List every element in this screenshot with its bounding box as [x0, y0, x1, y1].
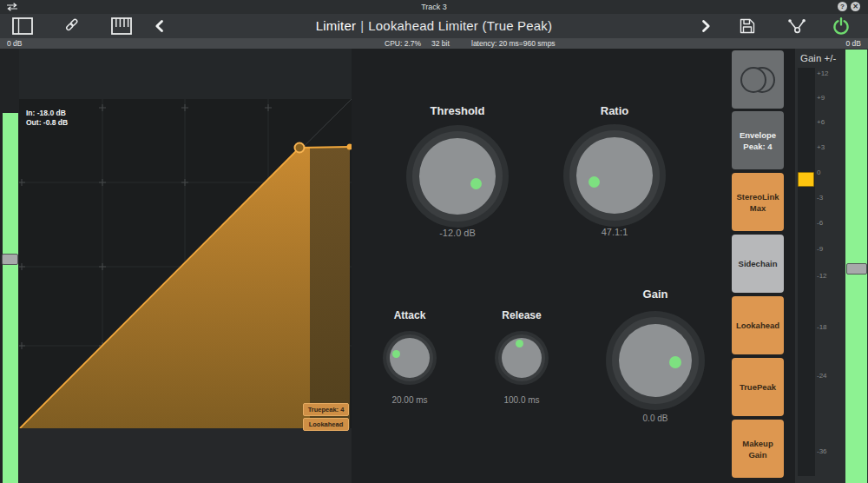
gain-tick: -18 [817, 323, 836, 332]
stereo-mode-button[interactable] [732, 50, 784, 109]
gain-slider-handle[interactable] [798, 172, 814, 187]
input-fader-handle[interactable] [2, 254, 18, 265]
gain-tick: +3 [817, 143, 836, 152]
ratio-value: 47.1:1 [602, 227, 628, 237]
gain-slider-track[interactable] [798, 68, 815, 476]
gain-label: Gain [643, 288, 668, 301]
save-preset-icon[interactable] [739, 17, 756, 35]
stereolink-max-button[interactable]: StereoLink Max [732, 173, 784, 231]
threshold-knob[interactable] [406, 125, 509, 228]
attack-value: 20.00 ms [391, 395, 427, 405]
release-value: 100.0 ms [503, 395, 539, 405]
readout-in: In: -18.0 dB [26, 109, 68, 118]
gain-reduction-region [20, 148, 310, 428]
ratio-knob[interactable] [563, 124, 666, 227]
gain-knob-indicator [669, 356, 681, 368]
cpu-usage: CPU: 2.7% [385, 38, 421, 49]
ratio-label: Ratio [601, 104, 629, 117]
gain-tick: -24 [817, 372, 836, 380]
output-fader-handle[interactable] [846, 263, 867, 275]
link-icon[interactable] [64, 17, 80, 33]
swap-channels-icon[interactable] [6, 3, 18, 11]
release-label: Release [502, 309, 541, 321]
gain-tick: 0 [817, 169, 836, 177]
latency-readout: latency: 20 ms=960 smps [471, 38, 556, 49]
gain-scale-title: Gain +/- [800, 53, 836, 63]
envelope-peak-button[interactable]: Envelope Peak: 4 [732, 111, 784, 169]
truepeak-badge: Truepeak: 4 [303, 403, 349, 416]
chevron-right-icon[interactable] [701, 19, 711, 33]
attack-knob-indicator [392, 350, 400, 358]
readout-out: Out: -0.8 dB [26, 118, 68, 128]
gain-tick: +12 [817, 69, 836, 78]
gain-value: 0.0 dB [643, 414, 668, 423]
preset-name: Lookahead Limiter (True Peak) [368, 18, 552, 33]
makeup-gain-button[interactable]: Makeup Gain [732, 420, 784, 478]
attack-knob[interactable] [383, 331, 437, 385]
lookahead-badge: Lookahead [303, 418, 349, 431]
attack-label: Attack [394, 309, 426, 321]
close-icon[interactable]: ✕ [851, 2, 860, 11]
help-icon[interactable]: ? [838, 2, 847, 11]
output-gain-label: 0 dB [846, 38, 862, 49]
gain-tick: -6 [817, 219, 836, 228]
stereo-circles-icon [737, 64, 779, 96]
io-readout: In: -18.0 dB Out: -0.8 dB [26, 109, 68, 127]
input-gain-label: 0 dB [7, 38, 23, 49]
transfer-curve-graph[interactable] [19, 99, 352, 428]
threshold-value: -12.0 dB [439, 228, 476, 238]
title-separator: | [360, 18, 364, 33]
gain-knob[interactable] [606, 311, 705, 410]
truepeak-button[interactable]: TruePeak [732, 358, 784, 416]
gain-tick: +6 [817, 118, 836, 127]
chevron-left-icon[interactable] [155, 19, 164, 33]
limiter-plugin-window: Track 3 ? ✕ Limiter|Lookahead Limiter (T… [0, 0, 868, 483]
power-bypass-icon[interactable] [832, 17, 851, 36]
plugin-name: Limiter [316, 18, 356, 33]
statusbar: 0 dB CPU: 2.7% 32 bit latency: 20 ms=960… [0, 38, 868, 49]
ratio-knob-indicator [589, 176, 600, 188]
track-title: Track 3 [0, 0, 868, 14]
graph-footer-strip [19, 428, 352, 483]
gain-tick: +9 [817, 94, 836, 103]
bit-depth: 32 bit [431, 38, 450, 49]
release-knob-indicator [516, 340, 523, 347]
gain-tick: -9 [817, 245, 836, 254]
threshold-label: Threshold [431, 104, 485, 117]
lookahead-button[interactable]: Lookahead [732, 296, 784, 354]
gain-tick: -3 [817, 194, 836, 202]
graph-headroom-strip [19, 49, 352, 99]
routing-automation-icon[interactable] [786, 17, 807, 35]
threshold-node [295, 143, 305, 153]
sidechain-button[interactable]: Sidechain [732, 235, 784, 293]
release-knob[interactable] [495, 331, 549, 385]
piano-keyboard-icon[interactable] [111, 17, 132, 35]
threshold-knob-indicator [470, 178, 482, 189]
input-meter-level [3, 113, 18, 483]
limited-region [310, 147, 350, 428]
editor-panel-icon[interactable] [12, 17, 33, 35]
gain-tick: -36 [817, 447, 836, 456]
gain-tick: -12 [817, 272, 836, 281]
